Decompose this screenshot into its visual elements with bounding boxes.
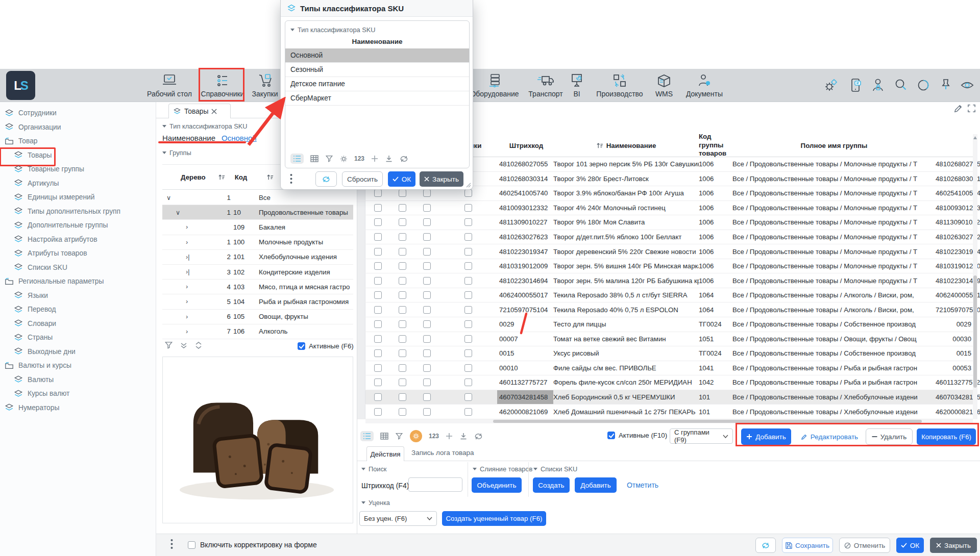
sidebar-item[interactable]: Типы дополнительных групп <box>0 205 156 219</box>
expand-icon[interactable]: › <box>162 328 223 335</box>
row-checkbox[interactable] <box>374 277 382 285</box>
table-row[interactable]: 4620000821069 Хлеб Домашний пшеничный 1с… <box>357 405 973 419</box>
add-button[interactable]: Добавить <box>741 428 791 445</box>
row-selector[interactable] <box>357 201 365 215</box>
row-checkbox[interactable] <box>464 262 472 270</box>
merge-section-header[interactable]: Слияние товаров <box>473 465 532 473</box>
row-checkbox[interactable] <box>374 320 382 328</box>
sidebar-item[interactable]: Региональные параметры <box>0 274 156 289</box>
group-tree-row[interactable]: › 109 Бакалея <box>162 220 353 235</box>
row-selector[interactable] <box>357 361 365 375</box>
group-tree-row[interactable]: › 7 106 Алкоголь <box>162 324 353 339</box>
table-row[interactable]: 4062400055017 Текила Reposado 38% 0,5 л … <box>357 288 973 303</box>
row-checkbox[interactable] <box>423 408 431 416</box>
groups-section-header[interactable]: Группы <box>162 149 191 157</box>
dialog-column-header[interactable]: Наименование <box>285 38 469 45</box>
groups-mode-dropdown[interactable]: С группами (F9) <box>670 428 733 444</box>
add-column-icon[interactable] <box>371 155 378 162</box>
toolbar-item-bi[interactable]: BI <box>561 69 592 102</box>
horizontal-scrollbar[interactable] <box>365 419 973 423</box>
row-checkbox[interactable] <box>423 378 431 386</box>
expand-icon[interactable]: › <box>162 298 223 305</box>
cancel-button[interactable]: Отменить <box>839 538 890 553</box>
sidebar-item[interactable]: Страны <box>0 331 156 345</box>
row-checkbox[interactable] <box>399 393 406 401</box>
tree-column-header[interactable]: Дерево <box>162 173 206 181</box>
delete-button[interactable]: Удалить <box>866 428 913 445</box>
row-checkbox[interactable] <box>464 248 472 256</box>
toolbar-item-references[interactable]: Справочники <box>199 69 246 102</box>
expand-icon[interactable]: › <box>162 239 223 246</box>
gear-icon[interactable] <box>340 155 348 163</box>
row-checkbox[interactable] <box>374 378 382 386</box>
gear-icon[interactable] <box>410 430 422 442</box>
active-f10-checkbox[interactable] <box>607 432 615 439</box>
table-row[interactable]: 4810223019347 Творог деревенский 5% 220г… <box>357 244 973 259</box>
table-row[interactable]: 4811309010227 Творог 9% 180г Моя Славита… <box>357 215 973 230</box>
barcode-search-input[interactable] <box>408 477 462 492</box>
toolbar-item-documents[interactable]: Документы <box>681 69 728 102</box>
sidebar-item[interactable]: Валюты <box>0 373 156 387</box>
sidebar-item[interactable]: Дополнительные группы <box>0 218 156 233</box>
tab-products[interactable]: Товары <box>168 104 231 118</box>
row-selector[interactable] <box>357 230 365 244</box>
toolbar-item-purchases[interactable]: Закупки <box>248 69 282 102</box>
row-checkbox[interactable] <box>399 335 406 343</box>
table-row[interactable]: 00010 Филе сайды с/м вес. ПРИВОЛЬЕ 1041 … <box>357 361 973 376</box>
form-correction-checkbox[interactable] <box>188 541 195 549</box>
row-selector[interactable] <box>357 346 365 361</box>
sidebar-item[interactable]: Товарные группы <box>0 162 156 176</box>
create-sku-list-button[interactable]: Создать <box>533 477 570 493</box>
sidebar-item[interactable]: Товар <box>0 134 156 148</box>
row-checkbox[interactable] <box>423 349 431 357</box>
vertical-scrollbar[interactable] <box>973 134 977 419</box>
sidebar-item[interactable]: Словари <box>0 317 156 331</box>
row-checkbox[interactable] <box>374 408 382 416</box>
close-button[interactable]: Закрыть <box>930 538 977 553</box>
row-checkbox[interactable] <box>399 262 406 270</box>
row-selector[interactable] <box>357 259 365 273</box>
toolbar-item-wms[interactable]: WMS <box>649 69 679 102</box>
classifier-type-row[interactable]: Основной <box>285 48 469 63</box>
row-checkbox[interactable] <box>423 262 431 270</box>
row-checkbox[interactable] <box>464 204 472 212</box>
code-column-header[interactable]: Код <box>235 173 248 181</box>
sidebar-item[interactable]: Артикулы <box>0 176 156 191</box>
download-icon[interactable] <box>459 432 468 440</box>
row-checkbox[interactable] <box>399 306 406 314</box>
group-tree-row[interactable]: ›| 3 102 Кондитерские изделия <box>162 265 353 280</box>
table-row[interactable]: 7210597075104 Текила Reposado 40% 0,75 л… <box>357 302 973 317</box>
toolbar-item-desktop[interactable]: Рабочий стол <box>141 69 198 102</box>
row-checkbox[interactable] <box>423 277 431 285</box>
row-checkbox[interactable] <box>464 378 472 386</box>
row-checkbox[interactable] <box>374 393 382 401</box>
row-checkbox[interactable] <box>423 306 431 314</box>
dialog-ok-button[interactable]: ОК <box>388 171 415 187</box>
row-checkbox[interactable] <box>423 204 431 212</box>
sidebar-item[interactable]: Нумераторы <box>0 401 156 415</box>
column-header-barcode[interactable]: Штрихкод <box>497 134 553 157</box>
fullscreen-icon[interactable] <box>967 104 976 113</box>
row-checkbox[interactable] <box>374 306 382 314</box>
row-checkbox[interactable] <box>374 349 382 357</box>
row-checkbox[interactable] <box>399 218 406 226</box>
filter-icon[interactable] <box>395 432 403 440</box>
sidebar-item[interactable]: Списки SKU <box>0 261 156 275</box>
sidebar-item[interactable]: Организации <box>0 120 156 135</box>
sort-icon[interactable] <box>218 173 226 181</box>
row-checkbox[interactable] <box>374 218 382 226</box>
list-view-icon[interactable] <box>360 431 374 441</box>
classifier-type-link[interactable]: Основной <box>222 134 257 142</box>
kebab-menu-icon[interactable] <box>290 173 292 184</box>
expand-icon[interactable]: › <box>162 283 223 290</box>
row-checkbox[interactable] <box>423 233 431 241</box>
group-tree-row[interactable]: › 6 105 Овощи, фрукты <box>162 310 353 324</box>
numbering-toggle[interactable]: 123 <box>429 433 439 440</box>
grid-view-icon[interactable] <box>380 433 388 440</box>
group-tree-row[interactable]: ∨ 1 Все <box>162 190 353 205</box>
tab-actions[interactable]: Действия <box>366 446 404 461</box>
row-checkbox[interactable] <box>374 364 382 372</box>
column-header-group-code[interactable]: Код группы товаров <box>699 133 732 158</box>
grid-view-icon[interactable] <box>310 155 318 162</box>
row-checkbox[interactable] <box>399 204 406 212</box>
